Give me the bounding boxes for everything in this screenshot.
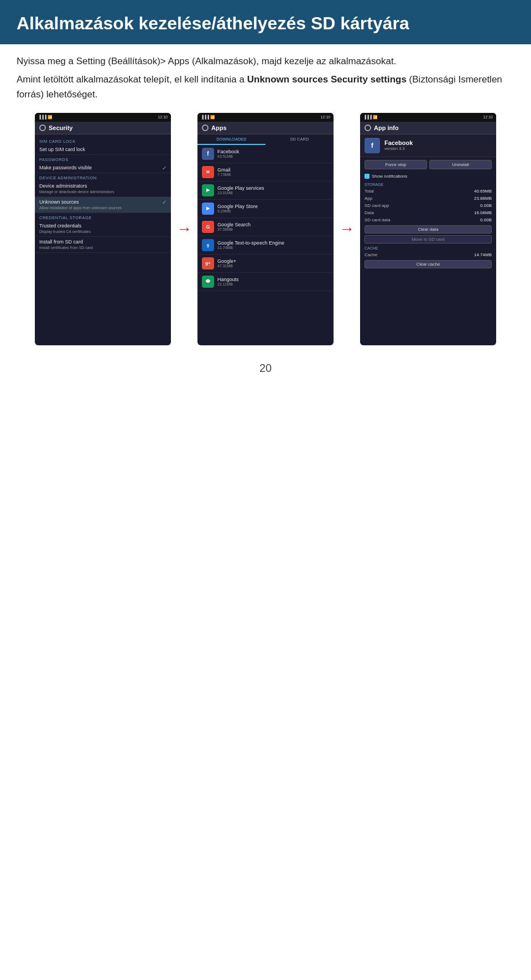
- time-2: 12:10: [320, 115, 330, 119]
- credential-section-label: CREDENTIAL STORAGE: [35, 213, 171, 221]
- status-bar-1: ▐▐▐ 📶 12:10: [35, 113, 171, 122]
- screen1-header: Security: [35, 122, 171, 134]
- app-item-gmail: M Gmail 7.73MB: [197, 163, 334, 182]
- app-item-gplay-store: ▶ Google Play Store 9.29MB: [197, 200, 334, 218]
- security-text: Security: [331, 74, 368, 85]
- status-bar-2: ▐▐▐ 📶 12:10: [197, 113, 334, 122]
- storage-data-row: Data 16.08MB: [360, 209, 496, 216]
- time-1: 12:10: [158, 115, 168, 119]
- device-admins-item: Device administrators Manage or deactiva…: [35, 181, 171, 197]
- storage-section-label: STORAGE: [360, 182, 496, 188]
- signal-icons-2: ▐▐▐ 📶: [201, 115, 215, 120]
- screen2-apps: ▐▐▐ 📶 12:10 Apps DOWNLOADED SD CARD f: [197, 113, 334, 345]
- show-notifications-checkbox[interactable]: [365, 174, 369, 179]
- screen3-header: App info: [360, 122, 496, 134]
- clear-data-button[interactable]: Clear data: [365, 225, 492, 234]
- app-info-icon-row: f Facebook version 3.3: [360, 134, 496, 157]
- gplus-icon: g+: [202, 257, 214, 269]
- screen3-title: App info: [374, 125, 399, 131]
- body-text: Amint letöltött alkalmazásokat telepít, …: [17, 72, 514, 102]
- time-3: 12:10: [483, 115, 493, 119]
- app-version: version 3.3: [384, 146, 413, 151]
- sim-card-lock-item: Set up SIM card lock: [35, 144, 171, 155]
- screenshots-row: ▐▐▐ 📶 12:10 Security SIM CARD LOCK Set u…: [17, 113, 514, 345]
- screen3-appinfo: ▐▐▐ 📶 12:10 App info f Facebook version …: [360, 113, 496, 345]
- facebook-icon: f: [202, 148, 214, 160]
- storage-sdcard-app-row: SD card app 0.00B: [360, 202, 496, 209]
- page-title: Alkalmazások kezelése/áthelyezés SD kárt…: [17, 12, 514, 34]
- screen2-title: Apps: [211, 125, 227, 131]
- install-from-sd-item: Install from SD card Install certificate…: [35, 237, 171, 253]
- hangouts-icon: 💬: [202, 276, 214, 288]
- show-notifications-row: Show notifications: [360, 172, 496, 180]
- app-item-gplus: g+ Google+ 47.31MB: [197, 255, 334, 273]
- cache-row: Cache 14.74MB: [360, 251, 496, 258]
- app-full-name: Facebook: [384, 139, 413, 146]
- content-area: Nyissa meg a Setting (Beállítások)> Apps…: [0, 44, 531, 402]
- screen1-security: ▐▐▐ 📶 12:10 Security SIM CARD LOCK Set u…: [35, 113, 171, 345]
- settings-text: settings: [371, 74, 407, 85]
- uninstall-button[interactable]: Uninstall: [429, 160, 492, 169]
- screen1-title: Security: [49, 125, 72, 131]
- signal-icons-1: ▐▐▐ 📶: [38, 115, 53, 120]
- clear-cache-button[interactable]: Clear cache: [365, 260, 492, 268]
- gmail-icon: M: [202, 166, 214, 178]
- tab-sd-card[interactable]: SD CARD: [266, 134, 334, 145]
- storage-total-row: Total 40.69MB: [360, 188, 496, 195]
- app-item-gtts: g Google Text-to-speech Engine 11.74MB: [197, 236, 334, 255]
- unknown-sources-text: Unknown sources: [247, 74, 328, 85]
- apps-tabs: DOWNLOADED SD CARD: [197, 134, 334, 145]
- settings-list: SIM CARD LOCK Set up SIM card lock PASSW…: [35, 134, 171, 255]
- app-item-gsearch: G Google Search 37.56MB: [197, 218, 334, 236]
- move-to-sd-button[interactable]: Move to SD card: [365, 235, 492, 243]
- status-bar-3: ▐▐▐ 📶 12:10: [360, 113, 496, 122]
- trusted-credentials-item: Trusted credentials Display trusted CA c…: [35, 221, 171, 237]
- sim-section-label: SIM CARD LOCK: [35, 137, 171, 144]
- fb-large-icon: f: [365, 138, 380, 153]
- gsearch-icon: G: [202, 221, 214, 233]
- intro-text: Nyissa meg a Setting (Beállítások)> Apps…: [17, 54, 514, 69]
- passwords-visible-item: Make passwords visible ✓: [35, 163, 171, 173]
- app-list: f Facebook 43.51MB M Gmail 7.73MB ▶: [197, 145, 334, 291]
- gplay-store-icon: ▶: [202, 203, 214, 215]
- app-item-gplay-services: ▶ Google Play services 13.01MB: [197, 182, 334, 200]
- gear-icon-2: [202, 125, 209, 131]
- gplay-services-icon: ▶: [202, 184, 214, 196]
- gear-icon: [39, 125, 46, 131]
- arrow-between-1-2: →: [175, 220, 193, 238]
- tab-downloaded[interactable]: DOWNLOADED: [197, 134, 266, 145]
- header-banner: Alkalmazások kezelése/áthelyezés SD kárt…: [0, 0, 531, 44]
- storage-app-row: App 23.88MB: [360, 195, 496, 202]
- screen2-header: Apps: [197, 122, 334, 134]
- device-admin-section-label: DEVICE ADMINISTRATION: [35, 173, 171, 181]
- unknown-sources-item: Unknown sources ✓ Allow installation of …: [35, 197, 171, 213]
- app-item-facebook: f Facebook 43.51MB: [197, 145, 334, 163]
- passwords-section-label: PASSWORDS: [35, 155, 171, 163]
- storage-sdcard-data-row: SD card data 0.00B: [360, 216, 496, 224]
- gtts-icon: g: [202, 239, 214, 251]
- page-number: 20: [17, 362, 514, 386]
- signal-icons-3: ▐▐▐ 📶: [363, 115, 378, 120]
- force-stop-button[interactable]: Force stop: [365, 160, 427, 169]
- app-item-hangouts: 💬 Hangouts 22.11MB: [197, 273, 334, 291]
- action-buttons: Force stop Uninstall: [360, 157, 496, 172]
- cache-section: CACHE Cache 14.74MB Clear cache: [360, 245, 496, 268]
- storage-section: STORAGE Total 40.69MB App 23.88MB SD car…: [360, 182, 496, 243]
- arrow-between-2-3: →: [338, 220, 356, 238]
- cache-section-label: CACHE: [360, 245, 496, 251]
- show-notifications-label: Show notifications: [372, 174, 407, 179]
- gear-icon-3: [365, 125, 371, 131]
